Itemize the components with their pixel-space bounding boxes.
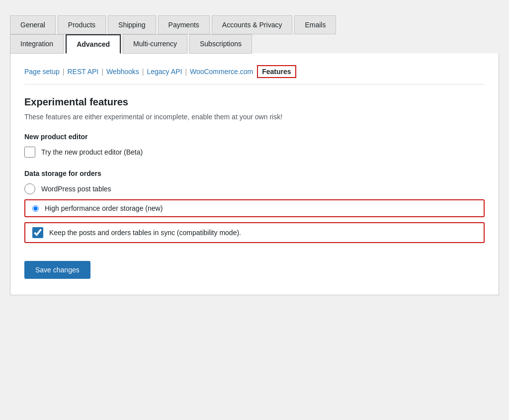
tab-general[interactable]: General [10,15,56,34]
tab-advanced[interactable]: Advanced [66,34,121,54]
radio-wp-post-tables-input[interactable] [24,183,35,194]
subnav-woocommerce[interactable]: WooCommerce.com [190,68,253,76]
data-storage-title: Data storage for orders [24,169,485,177]
experimental-description: These features are either experimental o… [24,113,485,121]
experimental-title: Experimental features [24,96,485,108]
subnav-rest-api[interactable]: REST API [67,68,98,76]
new-product-editor-checkbox[interactable] [24,147,35,158]
subnav-webhooks[interactable]: Webhooks [106,68,139,76]
data-storage-group: Data storage for orders WordPress post t… [24,169,485,243]
subnav-features-active[interactable]: Features [257,65,296,78]
subnav-page-setup[interactable]: Page setup [24,68,60,76]
new-product-editor-group: New product editor Try the new product e… [24,133,485,158]
tab-accounts-privacy[interactable]: Accounts & Privacy [212,15,293,34]
radio-wp-post-tables: WordPress post tables [24,183,485,194]
radio-wp-post-tables-label: WordPress post tables [41,185,111,193]
tab-shipping[interactable]: Shipping [108,15,156,34]
sync-checkbox-highlighted: Keep the posts and orders tables in sync… [24,222,485,243]
subnav-legacy-api[interactable]: Legacy API [147,68,182,76]
sync-checkbox-input[interactable] [32,227,43,238]
experimental-features-section: Experimental features These features are… [24,96,485,121]
new-product-editor-row: Try the new product editor (Beta) [24,147,485,158]
radio-hpos-input[interactable] [32,205,39,212]
radio-hpos-label: High performance order storage (new) [45,204,163,212]
tab-products[interactable]: Products [58,15,106,34]
tab-integration[interactable]: Integration [10,34,64,54]
save-changes-button[interactable]: Save changes [24,261,90,279]
tab-payments[interactable]: Payments [158,15,210,34]
new-product-editor-label: Try the new product editor (Beta) [41,148,143,156]
tab-subscriptions[interactable]: Subscriptions [189,34,252,54]
sync-checkbox-label: Keep the posts and orders tables in sync… [49,229,241,237]
tab-emails[interactable]: Emails [294,15,336,34]
sub-navigation: Page setup | REST API | Webhooks | Legac… [24,65,485,84]
new-product-editor-title: New product editor [24,133,485,141]
tab-multi-currency[interactable]: Multi-currency [123,34,187,54]
radio-hpos-highlighted: High performance order storage (new) [24,199,485,217]
